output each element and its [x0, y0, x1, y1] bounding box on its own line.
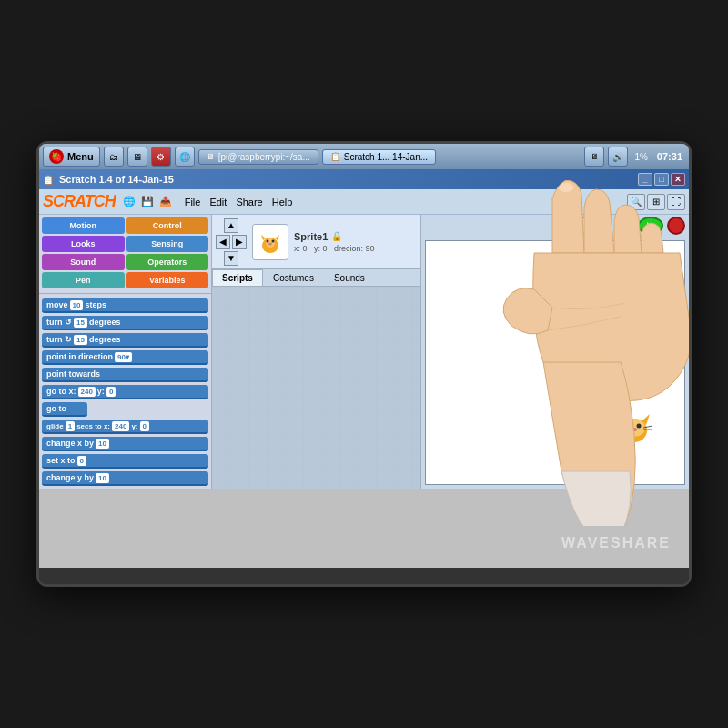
tab-scripts[interactable]: Scripts [212, 269, 263, 286]
scratch-window-label: Scratch 1... 14-Jan... [344, 152, 428, 162]
sprite-direction: 90 [366, 244, 375, 253]
sprite-name: Sprite1 [294, 231, 328, 242]
cat-sound[interactable]: Sound [42, 254, 125, 270]
svg-point-5 [267, 239, 269, 242]
go-button[interactable]: ▶ [638, 217, 663, 235]
taskbar-icon-screen[interactable]: 🖥 [127, 147, 147, 167]
stage-panel: + – ⛶ ▶ [421, 215, 689, 489]
fullscreen-btn[interactable]: ⛶ [616, 217, 634, 234]
block-change-y[interactable]: change y by 10 [42, 471, 208, 486]
block-goto[interactable]: go to [42, 402, 87, 417]
svg-marker-2 [261, 235, 266, 240]
taskbar-window-terminal[interactable]: 🖥 [pi@raspberrypi:~/sa... [198, 149, 318, 165]
cat-pen[interactable]: Pen [42, 272, 125, 288]
stage-controls: + – ⛶ ▶ [421, 215, 689, 237]
svg-point-13 [637, 424, 642, 429]
cat-sprite-stage [612, 405, 657, 457]
sprite-control-right[interactable]: ▶ [232, 235, 247, 249]
view-btn-3[interactable]: ⛶ [667, 194, 685, 210]
save-icon[interactable]: 💾 [141, 196, 154, 207]
stage-canvas [425, 240, 685, 485]
scratch-titlebar: 📋 Scratch 1.4 of 14-Jan-15 _ □ ✕ [39, 169, 689, 189]
cat-sensing[interactable]: Sensing [126, 236, 209, 252]
scratch-title: Scratch 1.4 of 14-Jan-15 [59, 174, 174, 185]
menu-share[interactable]: Share [236, 197, 262, 207]
scratch-logo: SCRATCH [43, 192, 116, 211]
cat-variables[interactable]: Variables [126, 272, 209, 288]
sprite-control-up[interactable]: ▲ [224, 218, 238, 233]
view-controls: 🔍 ⊞ ⛶ [627, 194, 685, 210]
block-turn-right[interactable]: turn ↻ 15 degrees [42, 333, 208, 348]
tab-sounds[interactable]: Sounds [324, 269, 375, 286]
monitor-frame: 🍓 Menu 🗂 🖥 ⚙ 🌐 🖥 [pi@raspberrypi:~/sa... [36, 141, 692, 587]
svg-point-14 [632, 428, 637, 431]
cat-motion[interactable]: Motion [42, 217, 125, 234]
pi-logo: 🍓 [49, 149, 64, 164]
cat-operators[interactable]: Operators [126, 254, 209, 270]
taskbar-icon-settings[interactable]: ⚙ [151, 147, 171, 167]
svg-point-7 [268, 242, 272, 245]
view-btn-2[interactable]: ⊞ [647, 194, 665, 210]
svg-marker-3 [275, 235, 279, 240]
sprite-x: 0 [303, 244, 308, 253]
monitor-bottom [39, 568, 689, 584]
menu-label: Menu [67, 151, 94, 162]
share-icon[interactable]: 📤 [159, 196, 172, 207]
sprite-thumbnail [252, 224, 288, 260]
scratch-window: 📋 Scratch 1.4 of 14-Jan-15 _ □ ✕ SCRATCH… [39, 169, 689, 489]
block-point-direction[interactable]: point in direction 90▾ [42, 350, 208, 365]
scratch-header: SCRATCH 🌐 💾 📤 File Edit Share Help 🔍 ⊞ ⛶ [39, 189, 689, 215]
network-icon[interactable]: 🖥 [584, 147, 604, 167]
minimize-button[interactable]: _ [638, 173, 652, 186]
terminal-window-label: [pi@raspberrypi:~/sa... [218, 152, 310, 162]
menu-file[interactable]: File [185, 197, 201, 207]
block-set-x[interactable]: set x to 0 [42, 454, 208, 469]
block-move[interactable]: move 10 steps [42, 298, 208, 313]
zoom-in-btn[interactable]: + [572, 217, 591, 234]
scratch-body: Motion Control Looks Sensing Sound Opera… [39, 215, 689, 489]
menu-button[interactable]: 🍓 Menu [43, 147, 100, 167]
battery-label: 1% [632, 152, 650, 162]
clock: 07:31 [654, 151, 685, 162]
sprite-control-down[interactable]: ▼ [224, 251, 238, 266]
close-button[interactable]: ✕ [671, 173, 685, 186]
tab-costumes[interactable]: Costumes [263, 269, 324, 286]
scripts-tabs: Scripts Costumes Sounds [212, 269, 420, 287]
maximize-button[interactable]: □ [654, 173, 669, 186]
sprite-info: Sprite1 🔒 x: 0 y: 0 drecion: 90 [294, 231, 375, 253]
stop-button[interactable] [667, 217, 685, 235]
volume-icon[interactable]: 🔊 [608, 147, 628, 167]
blocks-list: move 10 steps turn ↺ 15 degrees turn ↻ 1… [39, 296, 211, 489]
block-glide[interactable]: glide 1 secs to x: 240 y: 0 [42, 420, 208, 434]
taskbar-window-scratch[interactable]: 📋 Scratch 1... 14-Jan... [322, 149, 436, 165]
categories-grid: Motion Control Looks Sensing Sound Opera… [39, 215, 211, 291]
menu-edit[interactable]: Edit [209, 197, 227, 207]
view-btn-1[interactable]: 🔍 [627, 194, 645, 210]
sprite-y: 0 [323, 244, 328, 253]
zoom-out-btn[interactable]: – [594, 217, 612, 234]
svg-point-12 [628, 424, 632, 429]
taskbar: 🍓 Menu 🗂 🖥 ⚙ 🌐 🖥 [pi@raspberrypi:~/sa... [39, 144, 689, 169]
middle-panel: ▲ ◀ ▶ ▼ [212, 215, 421, 489]
block-turn-left[interactable]: turn ↺ 15 degrees [42, 316, 208, 330]
svg-point-6 [272, 239, 275, 242]
menu-help[interactable]: Help [272, 197, 293, 207]
waveshare-watermark: WAVESHARE [561, 535, 671, 551]
globe-icon[interactable]: 🌐 [123, 196, 136, 207]
scripts-canvas[interactable] [212, 287, 420, 489]
block-goto-xy[interactable]: go to x: 240 y: 0 [42, 385, 208, 399]
cat-looks[interactable]: Looks [42, 236, 125, 252]
taskbar-icon-folder[interactable]: 🗂 [104, 147, 124, 167]
blocks-panel: Motion Control Looks Sensing Sound Opera… [39, 215, 212, 489]
cat-control[interactable]: Control [126, 217, 209, 234]
monitor-screen: 🍓 Menu 🗂 🖥 ⚙ 🌐 🖥 [pi@raspberrypi:~/sa... [39, 144, 689, 568]
taskbar-icon-browser[interactable]: 🌐 [175, 147, 195, 167]
sprite-area: ▲ ◀ ▶ ▼ [212, 215, 420, 269]
taskbar-right: 🖥 🔊 1% 07:31 [584, 147, 685, 167]
block-point-towards[interactable]: point towards [42, 368, 208, 382]
window-controls: _ □ ✕ [638, 173, 685, 186]
sprite-control-left[interactable]: ◀ [216, 235, 230, 249]
block-change-x[interactable]: change x by 10 [42, 437, 208, 451]
